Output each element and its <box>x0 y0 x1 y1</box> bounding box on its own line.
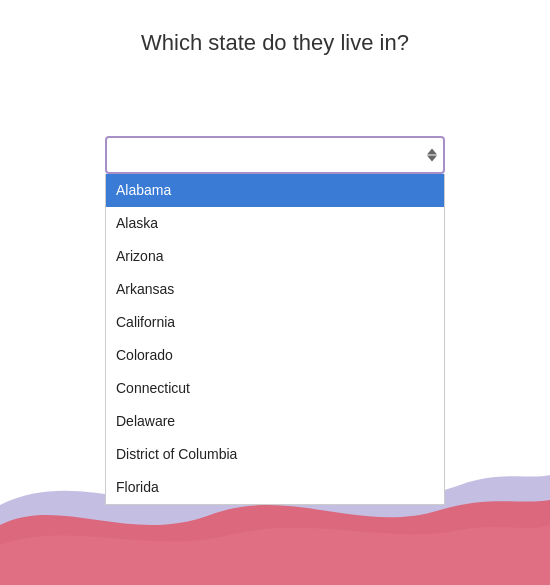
arrow-up-icon <box>427 149 437 155</box>
page-question: Which state do they live in? <box>141 30 409 56</box>
dropdown-arrows <box>427 149 437 162</box>
list-item[interactable]: Arizona <box>106 240 444 273</box>
dropdown-list: AlabamaAlaskaArizonaArkansasCaliforniaCo… <box>105 174 445 505</box>
dropdown-input[interactable] <box>105 136 445 174</box>
list-item[interactable]: District of Columbia <box>106 438 444 471</box>
list-item[interactable]: Colorado <box>106 339 444 372</box>
arrow-down-icon <box>427 156 437 162</box>
list-item[interactable]: Arkansas <box>106 273 444 306</box>
list-item[interactable]: Connecticut <box>106 372 444 405</box>
list-item[interactable]: Alaska <box>106 207 444 240</box>
state-dropdown-container: AlabamaAlaskaArizonaArkansasCaliforniaCo… <box>105 136 445 174</box>
list-item[interactable]: California <box>106 306 444 339</box>
dropdown-list-inner[interactable]: AlabamaAlaskaArizonaArkansasCaliforniaCo… <box>106 174 444 504</box>
list-item[interactable]: Delaware <box>106 405 444 438</box>
list-item[interactable]: Alabama <box>106 174 444 207</box>
list-item[interactable]: Florida <box>106 471 444 504</box>
